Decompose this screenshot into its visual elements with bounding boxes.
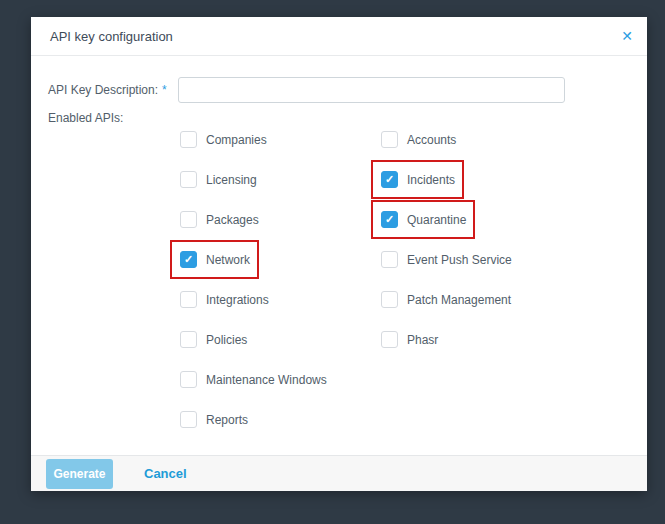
required-asterisk: * [162,83,167,97]
dialog-title: API key configuration [50,29,173,44]
api-option-patch-management: Patch Management [381,291,511,308]
dialog-body: API Key Description: * Enabled APIs: Com… [31,56,647,455]
checkbox-label-integrations[interactable]: Integrations [206,293,269,307]
checkbox-label-quarantine[interactable]: Quarantine [407,213,466,227]
checkbox-label-patch-management[interactable]: Patch Management [407,293,511,307]
close-icon[interactable]: ✕ [621,29,633,43]
checkbox-patch-management[interactable] [381,291,398,308]
checkbox-licensing[interactable] [180,171,197,188]
checkbox-packages[interactable] [180,211,197,228]
checkbox-label-maintenance-windows[interactable]: Maintenance Windows [206,373,327,387]
checkbox-label-licensing[interactable]: Licensing [206,173,257,187]
checkbox-policies[interactable] [180,331,197,348]
checkbox-label-event-push-service[interactable]: Event Push Service [407,253,512,267]
checkbox-label-network[interactable]: Network [206,253,250,267]
checkbox-maintenance-windows[interactable] [180,371,197,388]
enabled-apis-label: Enabled APIs: [48,109,180,451]
api-key-description-label: API Key Description: [48,83,158,97]
api-option-accounts: Accounts [381,131,456,148]
api-option-incidents: ✓Incidents [381,171,455,188]
api-option-maintenance-windows: Maintenance Windows [180,371,327,388]
checkbox-integrations[interactable] [180,291,197,308]
checkbox-companies[interactable] [180,131,197,148]
checkbox-checked-incidents[interactable]: ✓ [381,171,398,188]
api-key-configuration-dialog: API key configuration ✕ API Key Descript… [31,17,647,491]
checkbox-label-companies[interactable]: Companies [206,133,267,147]
api-option-packages: Packages [180,211,259,228]
checkbox-phasr[interactable] [381,331,398,348]
api-option-reports: Reports [180,411,248,428]
api-option-licensing: Licensing [180,171,257,188]
api-option-policies: Policies [180,331,247,348]
api-option-companies: Companies [180,131,267,148]
generate-button[interactable]: Generate [46,459,113,489]
cancel-button[interactable]: Cancel [144,466,187,481]
api-option-network: ✓Network [180,251,250,268]
api-checkbox-grid: CompaniesLicensingPackages✓NetworkIntegr… [180,109,512,451]
checkbox-event-push-service[interactable] [381,251,398,268]
checkbox-label-phasr[interactable]: Phasr [407,333,438,347]
api-option-phasr: Phasr [381,331,438,348]
dialog-header: API key configuration ✕ [31,17,647,56]
checkbox-accounts[interactable] [381,131,398,148]
api-key-description-input[interactable] [178,77,565,103]
checkbox-checked-quarantine[interactable]: ✓ [381,211,398,228]
checkbox-label-accounts[interactable]: Accounts [407,133,456,147]
dark-overlay: API key configuration ✕ API Key Descript… [0,0,665,524]
api-option-integrations: Integrations [180,291,269,308]
api-option-quarantine: ✓Quarantine [381,211,466,228]
checkbox-checked-network[interactable]: ✓ [180,251,197,268]
api-option-event-push-service: Event Push Service [381,251,512,268]
checkbox-label-reports[interactable]: Reports [206,413,248,427]
checkbox-label-incidents[interactable]: Incidents [407,173,455,187]
checkbox-label-policies[interactable]: Policies [206,333,247,347]
checkbox-reports[interactable] [180,411,197,428]
api-column-left: CompaniesLicensingPackages✓NetworkIntegr… [180,131,381,451]
checkbox-label-packages[interactable]: Packages [206,213,259,227]
api-column-right: Accounts✓Incidents✓QuarantineEvent Push … [381,131,512,451]
dialog-footer: Generate Cancel [31,455,647,491]
enabled-apis-section: Enabled APIs: CompaniesLicensingPackages… [48,109,630,451]
description-field-row: API Key Description: * [48,77,630,103]
